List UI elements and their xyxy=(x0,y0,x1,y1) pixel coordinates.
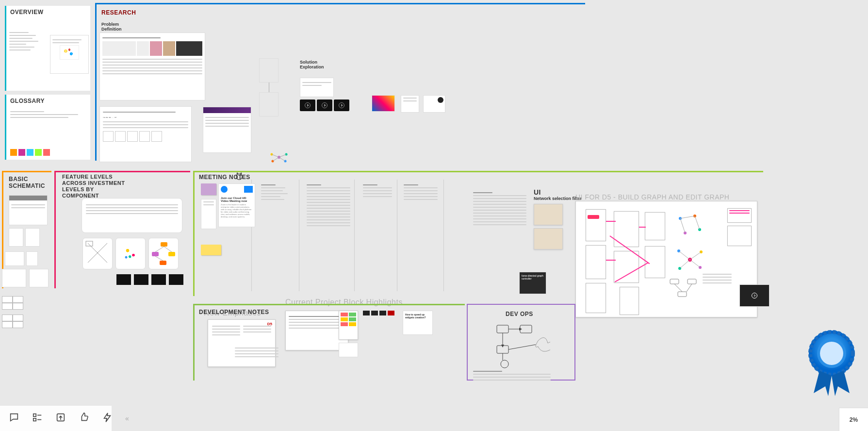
svg-line-35 xyxy=(690,260,700,267)
outline-icon[interactable] xyxy=(32,412,43,425)
devops-diagram xyxy=(492,321,550,375)
dev-top xyxy=(193,304,465,305)
basic-title: BASIC SCHEMATIC xyxy=(9,176,48,189)
svg-line-50 xyxy=(508,345,536,349)
mural-canvas[interactable]: OVERVIEW GLOSSARY RESEARCH ProblemDefini… xyxy=(0,0,868,431)
feature-top xyxy=(54,171,190,172)
svg-line-34 xyxy=(680,260,690,268)
svg-line-26 xyxy=(680,218,685,233)
svg-marker-48 xyxy=(501,345,504,348)
overlay-highlights: Current Project Block Highlights xyxy=(285,298,403,307)
svg-point-55 xyxy=(820,342,843,365)
comment-icon[interactable] xyxy=(9,412,19,425)
cat-icon xyxy=(235,172,244,181)
svg-rect-57 xyxy=(33,418,36,421)
devops-title: DEV OPS xyxy=(506,311,533,317)
svg-line-39 xyxy=(674,284,682,292)
svg-rect-11 xyxy=(86,241,93,246)
svg-rect-36 xyxy=(670,279,679,284)
basic-top xyxy=(2,171,51,172)
svg-rect-38 xyxy=(678,292,687,297)
solution-label: Solution xyxy=(300,60,317,65)
svg-line-8 xyxy=(279,157,285,161)
glossary-title: GLOSSARY xyxy=(10,98,45,104)
svg-line-17 xyxy=(164,247,172,252)
widgets-note: How to speed up widgets creation? xyxy=(403,311,432,321)
svg-rect-41 xyxy=(497,325,508,333)
svg-line-5 xyxy=(272,154,279,157)
svg-line-25 xyxy=(695,216,700,230)
svg-line-40 xyxy=(687,284,692,292)
ui-d5-title: UI FOR D5 - BUILD GRAPH AND EDIT GRAPH xyxy=(575,193,729,201)
collapse-icon[interactable]: « xyxy=(125,414,129,422)
svg-rect-15 xyxy=(160,261,166,265)
svg-rect-14 xyxy=(168,252,175,256)
dev-accent xyxy=(193,304,195,381)
award-ribbon-icon xyxy=(805,329,858,397)
svg-rect-56 xyxy=(33,414,36,417)
svg-rect-13 xyxy=(152,252,159,256)
svg-line-16 xyxy=(155,247,164,252)
svg-rect-37 xyxy=(688,279,696,284)
thumbs-up-icon[interactable] xyxy=(79,412,89,425)
bottom-toolbar: « xyxy=(0,406,112,431)
zoom-invite-title: Join our Cloud HD Video Meeting now xyxy=(219,197,255,202)
dev-title: DEVELOPMENT NOTES xyxy=(199,309,269,315)
problem-label: Problem xyxy=(101,22,119,27)
overview-title: OVERVIEW xyxy=(10,9,43,16)
ui-d5-panel[interactable] xyxy=(575,201,757,317)
feature-accent xyxy=(54,171,56,288)
svg-line-6 xyxy=(279,154,286,157)
zoom-level[interactable]: 2% xyxy=(839,408,868,431)
svg-point-44 xyxy=(501,360,508,368)
svg-line-33 xyxy=(690,252,701,260)
svg-rect-12 xyxy=(161,242,167,247)
research-title: RESEARCH xyxy=(101,9,136,16)
ui-subtitle: Network selection filter xyxy=(534,196,582,201)
ui-title: UI xyxy=(534,188,541,196)
meeting-top xyxy=(193,171,763,172)
meeting-accent xyxy=(193,171,195,296)
svg-line-18 xyxy=(155,256,163,261)
svg-line-24 xyxy=(680,216,695,218)
svg-marker-46 xyxy=(519,328,522,331)
svg-line-7 xyxy=(273,157,279,161)
svg-point-19 xyxy=(236,174,242,180)
feature-title: FEATURE LEVELS ACROSS INVESTMENT LEVELS … xyxy=(62,174,125,199)
svg-line-32 xyxy=(679,251,690,260)
lightning-icon[interactable] xyxy=(102,412,113,425)
mindmap-thumb[interactable] xyxy=(267,150,291,164)
share-icon[interactable] xyxy=(55,412,66,425)
